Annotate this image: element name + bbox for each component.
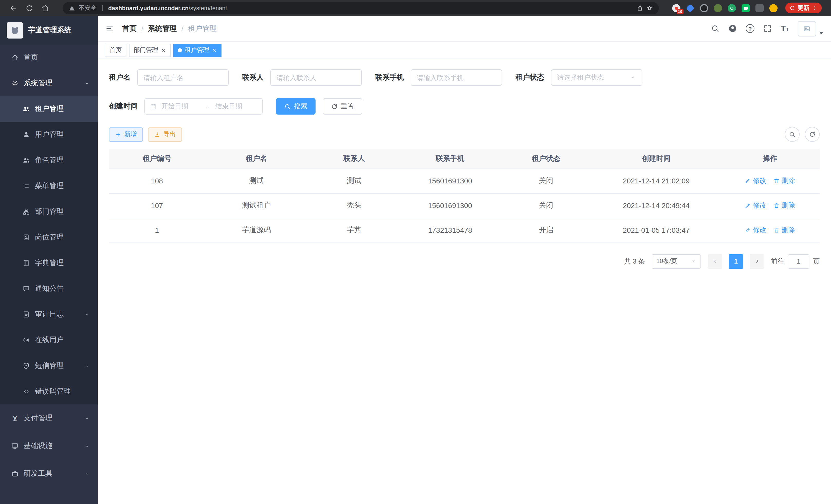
browser-extension-icon[interactable]	[769, 4, 778, 12]
browser-extension-icon[interactable]	[700, 4, 708, 12]
goto-prefix: 前往	[771, 257, 784, 266]
field-label: 联系手机	[375, 73, 404, 82]
column-header-mobile: 联系手机	[400, 149, 500, 169]
edit-link[interactable]: 修改	[745, 176, 766, 185]
avatar	[798, 21, 816, 36]
browser-extension-icon[interactable]	[714, 4, 722, 12]
cell-created: 2021-12-14 21:02:09	[592, 169, 720, 193]
security-warning-label: 不安全	[79, 4, 96, 12]
search-button[interactable]: 搜索	[276, 98, 316, 115]
sidebar-item-label: 系统管理	[24, 79, 52, 88]
browser-extension-icon[interactable]	[728, 4, 736, 12]
sidebar-item-online-users[interactable]: 在线用户	[0, 327, 98, 353]
toggle-search-button[interactable]	[785, 127, 800, 142]
delete-label: 删除	[782, 176, 795, 185]
sidebar-item-dev-tools[interactable]: 研发工具	[0, 460, 98, 487]
refresh-table-button[interactable]	[805, 127, 820, 142]
sidebar-item-system[interactable]: 系统管理	[0, 70, 98, 96]
cell-mobile: 17321315478	[400, 218, 500, 242]
browser-back-button[interactable]	[9, 4, 18, 12]
trash-icon	[773, 227, 780, 233]
delete-link[interactable]: 删除	[773, 176, 795, 185]
browser-reload-button[interactable]	[25, 4, 33, 12]
close-icon[interactable]	[161, 48, 166, 53]
delete-link[interactable]: 删除	[773, 226, 795, 235]
help-button[interactable]: ?	[746, 24, 754, 33]
question-mark-icon: ?	[748, 25, 752, 32]
browser-extension-icon[interactable]	[755, 4, 764, 12]
delete-link[interactable]: 删除	[773, 201, 795, 210]
active-dot	[178, 48, 182, 52]
tag-dept[interactable]: 部门管理	[129, 43, 171, 57]
star-icon	[647, 5, 653, 11]
column-header-status: 租户状态	[500, 149, 592, 169]
user-avatar-menu[interactable]	[798, 21, 823, 36]
sidebar-item-dept[interactable]: 部门管理	[0, 199, 98, 225]
browser-extension-icon[interactable]	[742, 4, 750, 12]
browser-extension-icon[interactable]	[686, 4, 694, 12]
sidebar-item-post[interactable]: 岗位管理	[0, 225, 98, 250]
sidebar-item-label: 字典管理	[35, 259, 64, 268]
sidebar-item-audit-log[interactable]: 审计日志	[0, 302, 98, 327]
bookmark-button[interactable]	[647, 5, 653, 11]
header-search-button[interactable]	[711, 24, 719, 33]
sidebar-toggle-button[interactable]	[105, 24, 114, 33]
column-header-created: 创建时间	[592, 149, 720, 169]
field-label: 租户状态	[515, 73, 544, 82]
breadcrumb-item-system[interactable]: 系统管理	[148, 24, 177, 33]
font-size-button[interactable]: TT	[781, 24, 789, 33]
sidebar-menu: 首页 系统管理 租户管理 用户管理	[0, 45, 98, 487]
table-row: 1 芋道源码 芋艿 17321315478 开启 2021-01-05 17:0…	[109, 218, 820, 242]
add-button[interactable]: 新增	[109, 127, 143, 142]
browser-home-button[interactable]	[41, 4, 49, 12]
status-select[interactable]: 请选择租户状态	[551, 69, 642, 86]
sidebar-item-role[interactable]: 角色管理	[0, 147, 98, 173]
sidebar-item-user[interactable]: 用户管理	[0, 122, 98, 147]
edit-link[interactable]: 修改	[745, 201, 766, 210]
cell-status: 关闭	[500, 169, 592, 193]
sidebar-item-error-code[interactable]: 错误码管理	[0, 379, 98, 404]
plus-icon	[115, 131, 121, 138]
browser-extension-icon[interactable]: 10	[672, 4, 681, 12]
sidebar-item-label: 部门管理	[35, 207, 64, 216]
next-page-button[interactable]	[750, 254, 764, 268]
browser-update-button[interactable]: 更新	[785, 3, 822, 13]
breadcrumb-item-home[interactable]: 首页	[122, 24, 137, 33]
sidebar-item-label: 租户管理	[35, 104, 64, 114]
tag-home[interactable]: 首页	[105, 43, 126, 57]
fullscreen-button[interactable]	[763, 24, 772, 33]
sidebar-item-home[interactable]: 首页	[0, 45, 98, 70]
sidebar-item-infrastructure[interactable]: 基础设施	[0, 432, 98, 460]
page-size-select[interactable]: 10条/页	[652, 254, 701, 268]
prev-page-button[interactable]	[708, 254, 722, 268]
share-button[interactable]	[637, 5, 643, 11]
tenant-name-input[interactable]	[137, 69, 229, 86]
font-size-large-icon: T	[781, 24, 786, 33]
export-button[interactable]: 导出	[148, 127, 182, 142]
goto-page: 前往 页	[771, 254, 820, 268]
close-icon[interactable]	[212, 48, 217, 53]
sidebar-item-payment[interactable]: ¥ 支付管理	[0, 404, 98, 432]
date-range-picker[interactable]: 开始日期 - 结束日期	[144, 98, 263, 115]
mobile-input[interactable]	[411, 69, 502, 86]
sidebar-item-notice[interactable]: 通知公告	[0, 276, 98, 302]
contact-input[interactable]	[270, 69, 362, 86]
goto-page-input[interactable]	[788, 254, 809, 268]
address-bar[interactable]: 不安全 dashboard.yudao.iocoder.cn/system/te…	[63, 2, 659, 14]
back-arrow-icon	[9, 4, 18, 12]
chevron-down-icon	[84, 471, 90, 476]
date-start-placeholder: 开始日期	[161, 102, 203, 111]
app-logo[interactable]: 芋道管理系统	[0, 16, 98, 45]
search-icon	[789, 131, 796, 138]
sidebar-item-dict[interactable]: 字典管理	[0, 250, 98, 276]
sidebar-item-menu[interactable]: 菜单管理	[0, 173, 98, 199]
tag-tenant-active[interactable]: 租户管理	[173, 43, 222, 57]
github-link-button[interactable]	[728, 24, 737, 33]
navbar-actions: ? TT	[711, 21, 823, 36]
reset-button[interactable]: 重置	[323, 98, 362, 115]
edit-link[interactable]: 修改	[745, 226, 766, 235]
hamburger-icon	[105, 24, 114, 33]
page-number-button[interactable]: 1	[729, 254, 743, 268]
sidebar-item-sms[interactable]: 短信管理	[0, 353, 98, 379]
sidebar-item-tenant[interactable]: 租户管理	[0, 96, 98, 122]
